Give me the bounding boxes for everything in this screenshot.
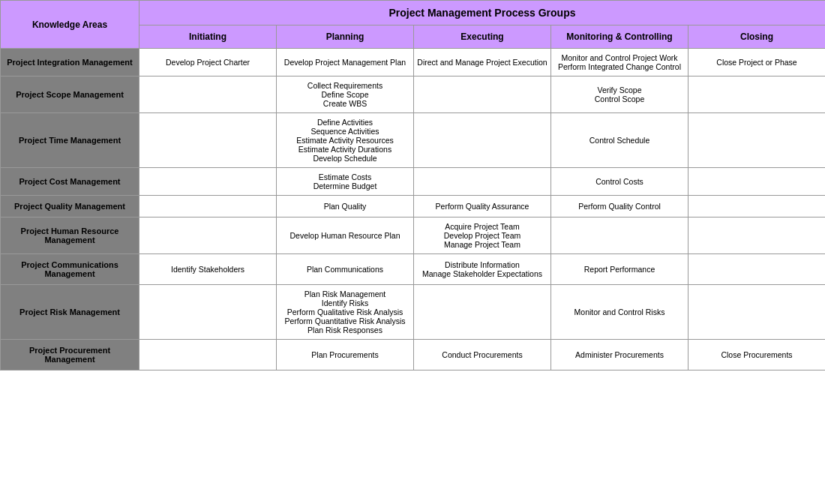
table-row: Identify Stakeholders	[140, 254, 277, 285]
table-row: Develop Project Charter	[140, 49, 277, 76]
knowledge-area-cell: Project Human Resource Management	[1, 218, 140, 254]
knowledge-area-cell: Project Quality Management	[1, 196, 140, 218]
header-closing: Closing	[688, 26, 826, 49]
knowledge-area-cell: Project Integration Management	[1, 49, 140, 76]
table-row: Conduct Procurements	[414, 340, 551, 370]
table-row: Develop Project Management Plan	[277, 49, 414, 76]
table-row	[414, 76, 551, 113]
process-groups-title: Project Management Process Groups	[140, 1, 826, 26]
table-row	[688, 113, 826, 168]
table-row: Administer Procurements	[551, 340, 688, 370]
table-row: Verify ScopeControl Scope	[551, 76, 688, 113]
table-row	[140, 340, 277, 370]
table-row: Close Procurements	[688, 340, 826, 370]
table-row	[140, 218, 277, 254]
table-row	[140, 168, 277, 196]
header-executing: Executing	[414, 26, 551, 49]
table-row	[414, 168, 551, 196]
table-row	[140, 196, 277, 218]
table-row	[551, 218, 688, 254]
knowledge-area-cell: Project Time Management	[1, 113, 140, 168]
table-row: Distribute InformationManage Stakeholder…	[414, 254, 551, 285]
table-row: Monitor and Control Risks	[551, 285, 688, 340]
table-row: Develop Human Resource Plan	[277, 218, 414, 254]
header-monitoring-controlling: Monitoring & Controlling	[551, 26, 688, 49]
table-row	[688, 76, 826, 113]
table-row: Estimate CostsDetermine Budget	[277, 168, 414, 196]
table-row: Collect RequirementsDefine ScopeCreate W…	[277, 76, 414, 113]
knowledge-areas-header: Knowledge Areas	[1, 1, 140, 49]
table-row: Control Schedule	[551, 113, 688, 168]
table-row: Report Performance	[551, 254, 688, 285]
knowledge-area-cell: Project Procurement Management	[1, 340, 140, 370]
table-row: Perform Quality Assurance	[414, 196, 551, 218]
header-planning: Planning	[277, 26, 414, 49]
header-initiating: Initiating	[140, 26, 277, 49]
table-row	[414, 113, 551, 168]
table-row	[414, 285, 551, 340]
table-row	[688, 168, 826, 196]
table-row: Plan Communications	[277, 254, 414, 285]
table-row: Plan Quality	[277, 196, 414, 218]
table-row	[140, 285, 277, 340]
table-row: Control Costs	[551, 168, 688, 196]
table-row	[688, 196, 826, 218]
knowledge-area-cell: Project Scope Management	[1, 76, 140, 113]
table-row	[688, 285, 826, 340]
table-row: Acquire Project TeamDevelop Project Team…	[414, 218, 551, 254]
table-row	[688, 218, 826, 254]
table-row	[688, 254, 826, 285]
knowledge-area-cell: Project Risk Management	[1, 285, 140, 340]
table-row	[140, 76, 277, 113]
table-row: Plan Risk ManagementIdentify RisksPerfor…	[277, 285, 414, 340]
knowledge-area-cell: Project Communications Management	[1, 254, 140, 285]
table-row	[140, 113, 277, 168]
table-row: Monitor and Control Project WorkPerform …	[551, 49, 688, 76]
table-row: Plan Procurements	[277, 340, 414, 370]
table-row: Direct and Manage Project Execution	[414, 49, 551, 76]
main-table: Knowledge Areas Project Management Proce…	[0, 0, 825, 370]
knowledge-area-cell: Project Cost Management	[1, 168, 140, 196]
table-row: Close Project or Phase	[688, 49, 826, 76]
table-row: Perform Quality Control	[551, 196, 688, 218]
table-row: Define ActivitiesSequence ActivitiesEsti…	[277, 113, 414, 168]
